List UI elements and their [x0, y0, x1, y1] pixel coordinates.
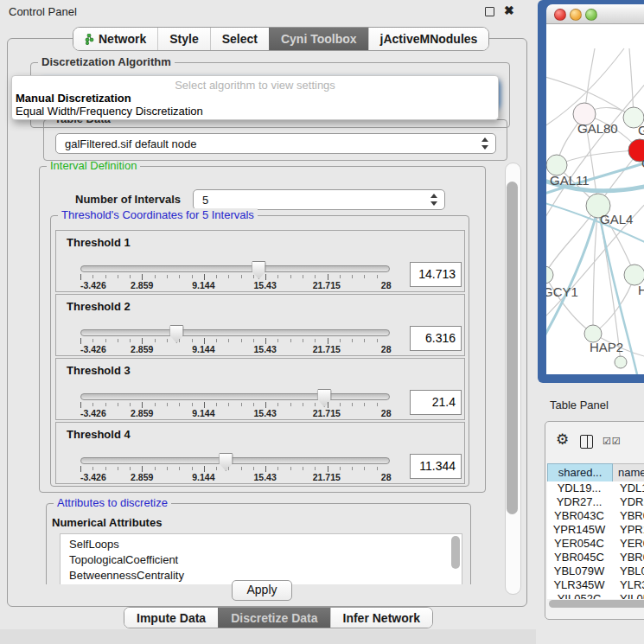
list-item[interactable]: TopologicalCoefficient — [69, 553, 178, 566]
svg-text:GAL11: GAL11 — [550, 173, 590, 188]
tab-discretize-data[interactable]: Discretize Data — [218, 608, 329, 628]
algorithm-dropdown-popup: Select algorithm to view settings Manual… — [11, 75, 499, 120]
list-item[interactable]: SelfLoops — [69, 538, 119, 551]
threshold-value-field[interactable]: 11.344 — [410, 454, 462, 479]
bottom-tab-bar: Impute Data Discretize Data Infer Networ… — [124, 607, 433, 628]
panel-scrollbar-thumb[interactable] — [507, 182, 518, 514]
threshold-slider-3[interactable] — [80, 393, 390, 400]
threshold-value-field[interactable]: 6.316 — [410, 326, 462, 351]
threshold-panel-4: Threshold 4 -3.4262.8599.14415.4321.7152… — [55, 422, 465, 484]
slider-tick-labels: -3.4262.8599.14415.4321.71528 — [80, 472, 388, 482]
interval-definition-group: Interval Definition Number of Intervals … — [39, 166, 486, 493]
control-panel: Control Panel ✖ Network Style Select Cyn… — [0, 0, 536, 644]
combo-value: 5 — [202, 194, 208, 207]
slider-tick-labels: -3.4262.8599.14415.4321.71528 — [80, 280, 388, 290]
panel-title: Control Panel — [9, 5, 77, 18]
svg-text:GAL4: GAL4 — [600, 212, 633, 226]
list-scrollbar[interactable] — [451, 536, 460, 569]
table-data-combobox[interactable]: galFiltered.sif default node — [55, 133, 496, 154]
threshold-label: Threshold 4 — [67, 428, 131, 441]
group-title: Threshold's Coordinates for 5 Intervals — [58, 208, 258, 221]
close-icon[interactable]: ✖ — [504, 3, 514, 17]
group-title: Attributes to discretize — [54, 496, 171, 509]
threshold-value-field[interactable]: 14.713 — [410, 262, 462, 287]
table-row[interactable]: YBR043CYBR043C — [547, 509, 644, 523]
svg-text:GAL80: GAL80 — [577, 121, 618, 136]
combo-stepper-icon[interactable] — [430, 194, 437, 206]
gear-icon[interactable]: ⚙ — [556, 430, 569, 449]
table-row[interactable]: YLR345WYLR345W — [547, 578, 644, 592]
table-row[interactable]: YBL079WYBL079W — [547, 564, 644, 578]
dropdown-option-equal-width[interactable]: Equal Width/Frequency Discretization — [16, 105, 203, 118]
slider-ticks — [80, 466, 389, 472]
settings-viewport: Interval Definition Number of Intervals … — [38, 161, 501, 584]
table-row[interactable]: YDR27...YDR27... — [547, 495, 644, 509]
svg-text:GA: GA — [638, 123, 644, 137]
slider-ticks — [80, 274, 389, 280]
dropdown-option-manual[interactable]: Manual Discretization — [16, 92, 131, 105]
svg-text:HAP2: HAP2 — [590, 340, 623, 354]
table-row[interactable]: YIL052CYIL052C — [547, 592, 644, 599]
slider-tick-labels: -3.4262.8599.14415.4321.71528 — [80, 344, 388, 354]
network-canvas[interactable]: GAL80 GA C GAL11 GAL4 GCY1 H HAP2 — [546, 24, 644, 374]
network-icon — [85, 34, 94, 45]
node-bottom[interactable] — [615, 356, 627, 368]
svg-text:GCY1: GCY1 — [546, 284, 578, 299]
float-panel-icon[interactable] — [485, 7, 494, 16]
top-tab-bar: Network Style Select Cyni Toolbox jActiv… — [73, 27, 489, 51]
group-title: Discretization Algorithm — [38, 55, 175, 68]
threshold-value-field[interactable]: 21.4 — [410, 390, 462, 415]
horizontal-scrollbar[interactable] — [549, 600, 644, 608]
tab-select[interactable]: Select — [210, 28, 269, 50]
table-panel: ⚙ ☑☑ shared... name YDL19...YDL19... YDR… — [545, 421, 644, 620]
dropdown-prompt: Select algorithm to view settings — [12, 79, 498, 92]
thresholds-group: Threshold's Coordinates for 5 Intervals … — [50, 215, 469, 487]
minimize-traffic-light[interactable] — [570, 9, 582, 21]
threshold-slider-4[interactable] — [80, 457, 390, 464]
num-intervals-label: Number of Intervals — [75, 193, 181, 206]
group-title: Interval Definition — [47, 161, 140, 172]
tab-jactivemnodules[interactable]: jActiveMNodules — [368, 28, 489, 50]
network-view-window: GAL80 GA C GAL11 GAL4 GCY1 H HAP2 — [538, 0, 644, 383]
num-intervals-combobox[interactable]: 5 — [193, 189, 445, 210]
svg-text:H: H — [638, 283, 644, 297]
numerical-attributes-label: Numerical Attributes — [52, 516, 162, 529]
select-columns-checkbox-icons[interactable]: ☑☑ — [603, 436, 622, 447]
threshold-slider-1[interactable] — [80, 265, 390, 272]
close-traffic-light[interactable] — [554, 9, 566, 21]
threshold-slider-2[interactable] — [80, 329, 390, 336]
threshold-panel-2: Threshold 2 -3.4262.8599.14415.4321.7152… — [55, 294, 465, 356]
table-data-group: Table Data galFiltered.sif default node — [43, 119, 507, 161]
attributes-list: SelfLoops TopologicalCoefficient Between… — [60, 533, 462, 584]
combo-value: galFiltered.sif default node — [65, 137, 196, 150]
split-columns-icon[interactable] — [580, 435, 593, 449]
threshold-panel-1: Threshold 1 -3.4262.8599.14415.4321.7152… — [55, 230, 465, 292]
list-item[interactable]: BetweennessCentrality — [69, 569, 184, 582]
apply-button[interactable]: Apply — [232, 580, 292, 601]
threshold-label: Threshold 3 — [67, 364, 131, 377]
threshold-panel-3: Threshold 3 -3.4262.8599.14415.4321.7152… — [55, 358, 465, 420]
threshold-label: Threshold 2 — [67, 300, 131, 313]
table-row[interactable]: YER054CYER054C — [547, 537, 644, 551]
combo-stepper-icon[interactable] — [481, 137, 488, 150]
status-strip — [0, 629, 536, 644]
tab-style[interactable]: Style — [157, 28, 209, 50]
table-row[interactable]: YPR145WYPR145W — [547, 523, 644, 537]
zoom-traffic-light[interactable] — [585, 9, 597, 21]
right-panel: GAL80 GA C GAL11 GAL4 GCY1 H HAP2 Table … — [536, 0, 644, 644]
slider-tick-labels: -3.4262.8599.14415.4321.71528 — [80, 408, 388, 418]
table-rows: YDL19...YDL19... YDR27...YDR27... YBR043… — [547, 481, 644, 599]
table-row[interactable]: YBR045CYBR045C — [547, 551, 644, 564]
tab-impute-data[interactable]: Impute Data — [124, 608, 218, 628]
tab-cyni-toolbox[interactable]: Cyni Toolbox — [269, 28, 368, 50]
table-panel-title: Table Panel — [550, 399, 609, 411]
slider-ticks — [80, 338, 389, 344]
column-header-name[interactable]: name — [613, 463, 644, 482]
column-header-shared-name[interactable]: shared... — [547, 463, 613, 482]
node-gcy1[interactable] — [546, 266, 553, 284]
network-graph: GAL80 GA C GAL11 GAL4 GCY1 H HAP2 — [546, 24, 644, 374]
network-window-titlebar[interactable] — [546, 4, 644, 24]
table-row[interactable]: YDL19...YDL19... — [547, 481, 644, 495]
tab-infer-network[interactable]: Infer Network — [330, 608, 432, 628]
tab-network[interactable]: Network — [73, 28, 157, 50]
